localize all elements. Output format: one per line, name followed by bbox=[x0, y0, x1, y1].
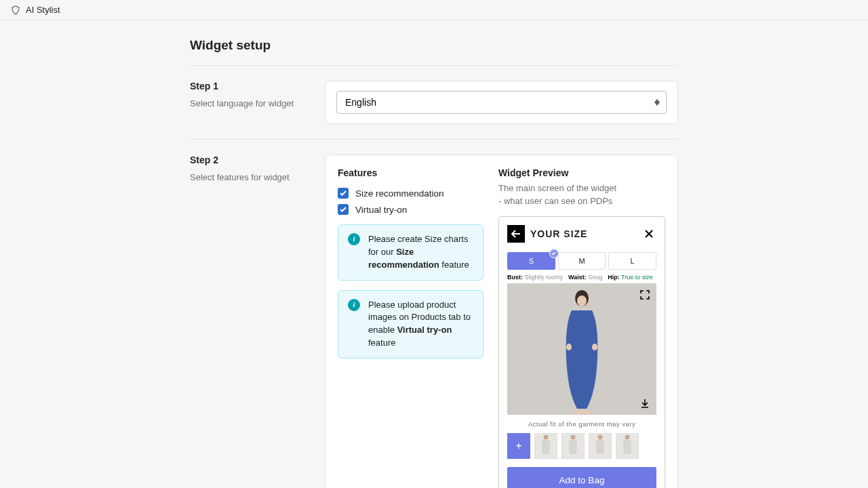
tryon-photo bbox=[507, 283, 656, 415]
person-icon bbox=[567, 434, 579, 457]
step-1-title: Step 1 bbox=[190, 81, 309, 92]
download-icon bbox=[640, 399, 650, 408]
features-preview-card: Features Size recommendation Virtual try… bbox=[325, 155, 678, 488]
step-1-row: Step 1 Select language for widget Englis… bbox=[190, 66, 678, 140]
language-card: English bbox=[325, 81, 678, 124]
svg-point-9 bbox=[625, 434, 630, 439]
feature-size-rec-checkbox[interactable]: Size recommendation bbox=[338, 188, 484, 199]
svg-point-8 bbox=[598, 434, 603, 439]
bust-value: Slightly roomy bbox=[525, 274, 564, 281]
hip-label: Hip: bbox=[608, 274, 620, 281]
svg-point-4 bbox=[573, 410, 581, 414]
size-tabs: S M L bbox=[507, 252, 656, 270]
svg-point-7 bbox=[571, 434, 576, 439]
preview-subtext: The main screen of the widget - what use… bbox=[498, 182, 665, 208]
waist-label: Waist: bbox=[568, 274, 587, 281]
hip-value: True to size bbox=[621, 274, 653, 281]
preview-heading: Widget Preview bbox=[498, 167, 665, 178]
person-icon bbox=[540, 434, 552, 457]
thumbnail-1[interactable] bbox=[534, 433, 557, 459]
step-2-desc: Select features for widget bbox=[190, 172, 309, 182]
app-title: AI Stylist bbox=[26, 5, 60, 15]
features-column: Features Size recommendation Virtual try… bbox=[338, 167, 484, 488]
thumbnail-4[interactable] bbox=[616, 433, 639, 459]
banner1-post: feature bbox=[439, 260, 469, 270]
preview-sub1: The main screen of the widget bbox=[498, 183, 616, 193]
size-tab-s[interactable]: S bbox=[507, 252, 555, 270]
banner2-post: feature bbox=[368, 338, 395, 348]
thumbnail-3[interactable] bbox=[589, 433, 612, 459]
person-icon bbox=[594, 434, 606, 457]
back-button[interactable] bbox=[507, 225, 525, 243]
expand-icon bbox=[640, 290, 650, 300]
size-tab-l[interactable]: L bbox=[608, 252, 656, 270]
svg-point-6 bbox=[544, 434, 549, 439]
step-1-right: English bbox=[325, 81, 678, 124]
close-button[interactable] bbox=[642, 226, 656, 241]
feature-virtual-tryon-checkbox[interactable]: Virtual try-on bbox=[338, 204, 484, 215]
checkmark-icon bbox=[338, 188, 349, 199]
download-button[interactable] bbox=[639, 397, 651, 409]
bust-label: Bust: bbox=[507, 274, 523, 281]
model-image bbox=[551, 283, 612, 415]
step-2-left: Step 2 Select features for widget bbox=[190, 155, 309, 488]
step-1-left: Step 1 Select language for widget bbox=[190, 81, 309, 124]
svg-point-1 bbox=[577, 296, 587, 306]
app-logo-icon bbox=[11, 5, 20, 15]
info-text-product-images: Please upload product images on Products… bbox=[368, 299, 473, 350]
feature-virtual-tryon-label: Virtual try-on bbox=[355, 205, 407, 215]
preview-sub2: - what user can see on PDPs bbox=[498, 196, 612, 206]
add-thumbnail-button[interactable]: + bbox=[507, 433, 530, 459]
language-select-wrap: English bbox=[336, 91, 667, 114]
size-s-label: S bbox=[529, 257, 534, 265]
step-2-right: Features Size recommendation Virtual try… bbox=[325, 155, 678, 488]
svg-point-3 bbox=[592, 344, 597, 350]
feature-size-rec-label: Size recommendation bbox=[355, 188, 444, 199]
widget-header: YOUR SIZE bbox=[507, 225, 656, 243]
widget-preview: YOUR SIZE S M bbox=[498, 216, 665, 488]
banner2-bold: Virtual try-on bbox=[397, 325, 452, 335]
banner1-pre: Please create Size charts for our bbox=[368, 234, 468, 257]
step-2-row: Step 2 Select features for widget Featur… bbox=[190, 140, 678, 488]
info-banner-product-images: i Please upload product images on Produc… bbox=[338, 290, 484, 359]
close-icon bbox=[644, 229, 654, 239]
features-heading: Features bbox=[338, 167, 484, 178]
add-to-bag-button[interactable]: Add to Bag bbox=[507, 467, 656, 488]
language-select[interactable]: English bbox=[336, 91, 667, 114]
svg-point-2 bbox=[566, 344, 572, 350]
info-banner-size-charts: i Please create Size charts for our Size… bbox=[338, 224, 484, 281]
step-2-title: Step 2 bbox=[190, 155, 309, 165]
widget-title: YOUR SIZE bbox=[530, 228, 636, 239]
info-text-size-charts: Please create Size charts for our Size r… bbox=[368, 233, 473, 272]
plus-icon: + bbox=[515, 440, 521, 452]
info-icon: i bbox=[348, 299, 360, 311]
fit-note: Actual fit of the garment may vary bbox=[507, 415, 656, 433]
arrow-left-icon bbox=[511, 230, 521, 238]
preview-column: Widget Preview The main screen of the wi… bbox=[498, 167, 665, 488]
expand-button[interactable] bbox=[639, 289, 651, 301]
step-1-desc: Select language for widget bbox=[190, 98, 309, 108]
page-content: Widget setup Step 1 Select language for … bbox=[190, 20, 678, 488]
top-bar: AI Stylist bbox=[0, 0, 868, 20]
size-tab-m[interactable]: M bbox=[558, 252, 606, 270]
checkmark-icon bbox=[338, 204, 349, 215]
waist-value: Snug bbox=[588, 274, 602, 281]
info-icon: i bbox=[348, 233, 360, 245]
person-icon bbox=[621, 434, 633, 457]
svg-point-5 bbox=[583, 410, 591, 414]
check-badge-icon bbox=[549, 249, 559, 258]
page-title: Widget setup bbox=[190, 34, 678, 66]
fit-measurements: Bust: Slightly roomy Waist: Snug Hip: Tr… bbox=[507, 274, 656, 281]
thumbnail-row: + bbox=[507, 433, 656, 459]
thumbnail-2[interactable] bbox=[561, 433, 585, 459]
